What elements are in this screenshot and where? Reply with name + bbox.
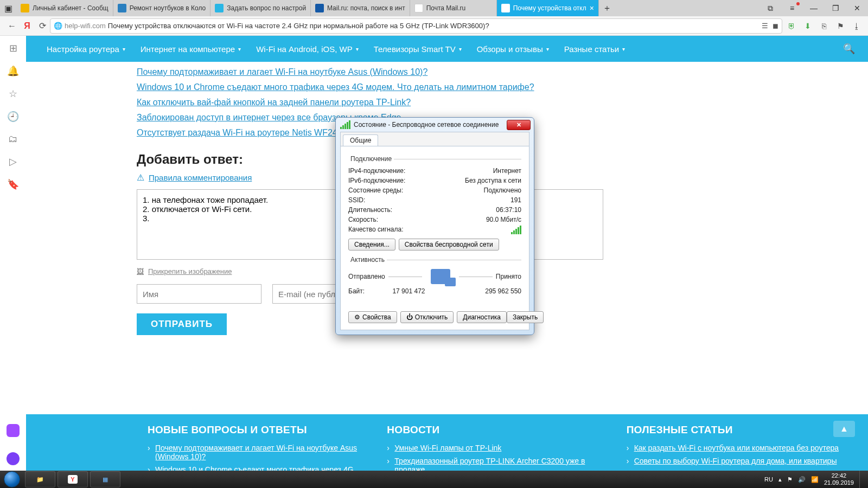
browser-tab[interactable]: Почта Mail.ru xyxy=(410,0,497,16)
nav-item[interactable]: Интернет на компьютере▾ xyxy=(133,44,248,54)
chevron-down-icon: ▾ xyxy=(123,46,125,52)
comment-rules-link[interactable]: Правила комментирования xyxy=(149,173,252,182)
close-tab-icon[interactable]: × xyxy=(590,4,594,12)
tray-volume-icon[interactable]: 🔊 xyxy=(798,476,806,483)
browser-tab[interactable]: Ремонт ноутбуков в Коло xyxy=(113,0,211,16)
chevron-down-icon: ▾ xyxy=(356,46,359,52)
show-desktop-button[interactable] xyxy=(859,471,864,488)
url-input[interactable]: 🌐 help-wifi.com Почему устройства отключ… xyxy=(50,18,782,34)
nav-item[interactable]: Обзоры и отзывы▾ xyxy=(469,44,557,54)
properties-button[interactable]: ⚙Свойства xyxy=(348,311,397,323)
panel-toggle-icon[interactable]: ▣ xyxy=(0,0,16,16)
footer-link[interactable]: Умные Wi-Fi лампы от TP-Link xyxy=(387,444,604,452)
bytes-label: Байт: xyxy=(348,287,365,295)
diagnostics-button[interactable]: Диагностика xyxy=(457,311,507,323)
details-button[interactable]: Сведения... xyxy=(348,239,395,251)
footer-link[interactable]: Windows 10 и Chrome съедают много трафик… xyxy=(148,465,365,471)
window-maximize-button[interactable]: ❐ xyxy=(825,0,846,16)
browser-tab[interactable]: Личный кабинет - Сообщ xyxy=(16,0,113,16)
search-icon[interactable]: 🔍 xyxy=(843,43,855,55)
browser-tabbar: ▣ Личный кабинет - Сообщ Ремонт ноутбуко… xyxy=(0,0,868,16)
apps-icon[interactable]: ⊞ xyxy=(9,42,17,54)
tab-label: Mail.ru: почта, поиск в инт xyxy=(327,4,405,12)
bookmark-add-icon[interactable]: 🔖 xyxy=(7,178,19,190)
nav-item[interactable]: Разные статьи▾ xyxy=(557,44,633,54)
star-icon[interactable]: ☆ xyxy=(9,88,17,100)
group-connection: Подключение xyxy=(348,155,394,163)
addon-icon[interactable]: ⎘ xyxy=(817,19,831,33)
wireless-properties-button[interactable]: Свойства беспроводной сети xyxy=(399,239,499,251)
window-minimize-button[interactable]: — xyxy=(803,0,825,16)
footer-link[interactable]: Почему подтормаживает и лагает Wi-Fi на … xyxy=(148,444,365,461)
row-value: 06:37:10 xyxy=(496,206,521,214)
shield-icon[interactable]: ⛨ xyxy=(784,19,799,33)
disconnect-button[interactable]: ⏻Отключить xyxy=(400,311,454,323)
row-label: IPv4-подключение: xyxy=(348,167,405,175)
tray-flag-icon[interactable]: ⚑ xyxy=(787,476,793,483)
name-input[interactable] xyxy=(137,284,261,304)
submit-button[interactable]: ОТПРАВИТЬ xyxy=(137,313,227,335)
signal-label: Качество сигнала: xyxy=(348,226,403,234)
browser-tab[interactable]: Задать вопрос по настрой xyxy=(210,0,311,16)
nav-label: Телевизоры Smart TV xyxy=(374,44,456,54)
tray-clock[interactable]: 22:42 21.09.2019 xyxy=(824,472,854,486)
extensions-icon[interactable]: ≡ xyxy=(781,0,803,16)
download-arrow-icon[interactable]: ⬇ xyxy=(801,19,815,33)
url-title: Почему устройства отключаются от Wi-Fi н… xyxy=(108,22,489,30)
related-link[interactable]: Почему подтормаживает и лагает Wi-Fi на … xyxy=(137,67,577,77)
history-icon[interactable]: 🕘 xyxy=(7,111,19,123)
favicon-icon xyxy=(501,4,510,12)
group-activity: Активность xyxy=(348,256,387,264)
assistant-purple-icon[interactable] xyxy=(7,424,20,437)
row-value: 90.0 Мбит/с xyxy=(486,216,521,223)
scroll-top-button[interactable]: ▲ xyxy=(833,421,855,437)
new-tab-button[interactable]: ＋ xyxy=(599,0,615,16)
tray-network-icon[interactable]: 📶 xyxy=(811,476,819,483)
dialog-titlebar[interactable]: Состояние - Беспроводное сетевое соедине… xyxy=(336,118,534,132)
collections-icon[interactable]: 🗂 xyxy=(8,133,18,145)
reload-button[interactable]: ⟳ xyxy=(35,18,50,34)
start-button[interactable] xyxy=(0,471,24,488)
downloads-icon[interactable]: ⭳ xyxy=(850,19,864,33)
taskbar-yandex[interactable]: Y xyxy=(58,471,88,487)
browser-tab-active[interactable]: Почему устройства откл× xyxy=(497,0,599,16)
feed-icon[interactable]: ☰ xyxy=(762,22,768,30)
yandex-home-button[interactable]: Я xyxy=(20,18,35,34)
tab-label: Почему устройства откл xyxy=(513,4,586,12)
close-button[interactable]: Закрыть xyxy=(507,311,544,323)
wifi-status-dialog: Состояние - Беспроводное сетевое соедине… xyxy=(335,117,534,335)
related-link[interactable]: Как отключить вай-фай кнопкой на задней … xyxy=(137,98,577,107)
row-value: Без доступа к сети xyxy=(465,177,521,184)
globe-icon: 🌐 xyxy=(54,22,62,30)
attach-label: Прикрепить изображение xyxy=(148,267,232,275)
flag-icon[interactable]: ⚑ xyxy=(833,19,847,33)
related-link[interactable]: Windows 10 и Chrome съедают много трафик… xyxy=(137,82,577,92)
footer-link[interactable]: Как раздать Wi-Fi с ноутбука или компьют… xyxy=(627,444,844,452)
tray-up-icon[interactable]: ▴ xyxy=(778,476,782,483)
bell-icon[interactable]: 🔔 xyxy=(7,65,19,77)
bookmark-icon[interactable]: ◼ xyxy=(773,22,778,30)
back-button[interactable]: ← xyxy=(4,18,20,34)
dialog-close-button[interactable]: ✕ xyxy=(507,120,531,130)
site-footer: НОВЫЕ ВОПРОСЫ И ОТВЕТЫ Почему подтормажи… xyxy=(26,414,868,471)
nav-item[interactable]: Телевизоры Smart TV▾ xyxy=(366,44,469,54)
window-close-button[interactable]: ✕ xyxy=(846,0,868,16)
taskbar-app[interactable]: ▦ xyxy=(90,471,120,487)
tray-lang[interactable]: RU xyxy=(764,476,773,483)
browser-tab[interactable]: Mail.ru: почта, поиск в инт xyxy=(311,0,410,16)
windows-taskbar: 📁 Y ▦ RU ▴ ⚑ 🔊 📶 22:42 21.09.2019 xyxy=(0,471,868,488)
bytes-recv: 295 962 550 xyxy=(485,287,521,295)
recv-label: Принято xyxy=(496,273,521,280)
nav-item[interactable]: Wi-Fi на Android, iOS, WP▾ xyxy=(248,44,366,54)
alice-icon[interactable] xyxy=(7,452,20,465)
play-icon[interactable]: ▷ xyxy=(9,156,17,168)
tabs-overview-icon[interactable]: ⧉ xyxy=(760,0,781,16)
network-computers-icon xyxy=(431,269,450,284)
taskbar-explorer[interactable]: 📁 xyxy=(25,471,55,487)
footer-link[interactable]: Советы по выбору Wi-Fi роутера для дома,… xyxy=(627,457,844,465)
dialog-tab-general[interactable]: Общие xyxy=(343,134,378,146)
footer-link[interactable]: Трехдиапазонный роутер TP-LINK Archer C3… xyxy=(387,457,604,471)
tab-label: Личный кабинет - Сообщ xyxy=(33,4,108,12)
nav-item[interactable]: Настройка роутера▾ xyxy=(39,44,133,54)
tab-label: Почта Mail.ru xyxy=(426,4,492,12)
